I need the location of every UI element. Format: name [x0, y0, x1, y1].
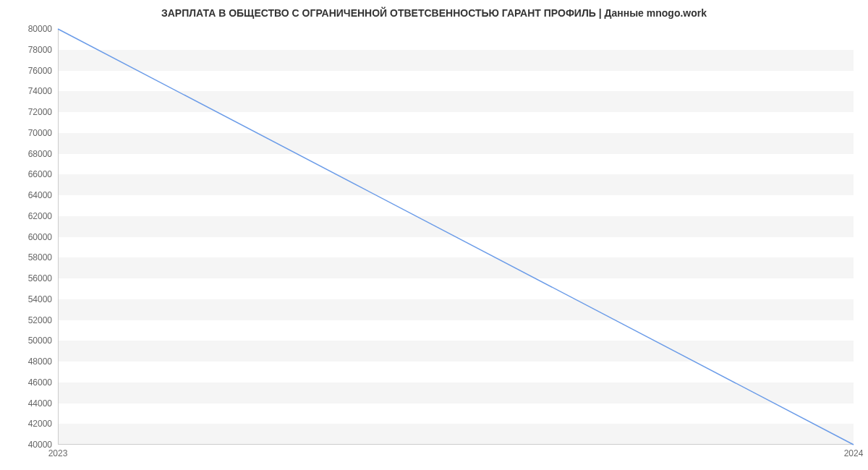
line-plot: [58, 29, 854, 445]
y-tick-label: 58000: [28, 252, 52, 262]
y-tick-label: 74000: [28, 86, 52, 96]
y-tick-label: 52000: [28, 315, 52, 325]
y-tick-label: 62000: [28, 211, 52, 221]
y-tick-label: 70000: [28, 128, 52, 138]
y-tick-label: 78000: [28, 45, 52, 55]
chart-container: ЗАРПЛАТА В ОБЩЕСТВО С ОГРАНИЧЕННОЙ ОТВЕТ…: [0, 0, 868, 470]
y-tick-label: 60000: [28, 232, 52, 242]
chart-title: ЗАРПЛАТА В ОБЩЕСТВО С ОГРАНИЧЕННОЙ ОТВЕТ…: [0, 0, 868, 26]
y-tick-label: 76000: [28, 66, 52, 76]
y-tick-label: 44000: [28, 398, 52, 409]
y-tick-label: 80000: [28, 24, 52, 34]
x-tick-label: 2023: [48, 448, 68, 458]
y-tick-label: 66000: [28, 169, 52, 179]
y-tick-label: 48000: [28, 356, 52, 367]
plot-area: 4000042000440004600048000500005200054000…: [58, 29, 854, 445]
y-tick-label: 56000: [28, 273, 52, 283]
y-tick-label: 46000: [28, 377, 52, 388]
y-tick-label: 64000: [28, 190, 52, 200]
x-tick-label: 2024: [844, 448, 864, 458]
y-tick-label: 72000: [28, 107, 52, 117]
y-tick-label: 42000: [28, 419, 52, 429]
y-tick-label: 68000: [28, 149, 52, 159]
y-tick-label: 50000: [28, 336, 52, 346]
y-tick-label: 54000: [28, 294, 52, 304]
